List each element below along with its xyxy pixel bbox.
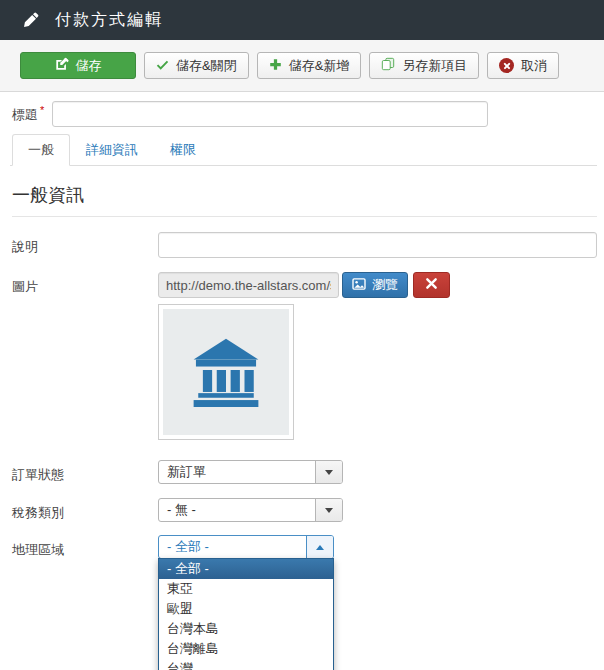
page-title: 付款方式編輯 bbox=[55, 10, 163, 31]
cancel-label: 取消 bbox=[521, 57, 547, 75]
save-new-button[interactable]: 儲存&新增 bbox=[257, 52, 362, 79]
edit-save-icon bbox=[55, 57, 69, 74]
toolbar: 儲存 儲存&關閉 儲存&新增 另存新項目 取消 bbox=[0, 40, 604, 92]
tabs: 一般 詳細資訊 權限 bbox=[10, 134, 597, 166]
browse-label: 瀏覽 bbox=[372, 276, 398, 294]
plus-icon bbox=[269, 58, 282, 74]
tax-class-row: 稅務類別 - 無 - bbox=[10, 498, 597, 522]
title-field-row: 標題* bbox=[12, 101, 597, 127]
x-icon bbox=[425, 277, 438, 293]
geo-zone-option-taiwan-outlying[interactable]: 台灣離島 bbox=[159, 639, 333, 659]
content: 標題* 一般 詳細資訊 權限 一般資訊 說明 圖片 瀏覽 bbox=[0, 101, 604, 559]
save-copy-label: 另存新項目 bbox=[402, 57, 467, 75]
remove-image-button[interactable] bbox=[413, 272, 450, 298]
image-url-input[interactable] bbox=[158, 272, 339, 298]
save-close-button[interactable]: 儲存&關閉 bbox=[144, 52, 249, 79]
picture-icon bbox=[352, 278, 366, 293]
tab-permissions[interactable]: 權限 bbox=[154, 134, 212, 166]
tax-class-value: - 無 - bbox=[159, 501, 196, 519]
browse-button[interactable]: 瀏覽 bbox=[342, 272, 408, 298]
save-label: 儲存 bbox=[76, 57, 102, 75]
save-button[interactable]: 儲存 bbox=[20, 52, 136, 79]
description-input[interactable] bbox=[158, 232, 597, 258]
tab-general[interactable]: 一般 bbox=[12, 134, 70, 166]
tab-details[interactable]: 詳細資訊 bbox=[70, 134, 154, 166]
tax-class-label: 稅務類別 bbox=[10, 498, 158, 522]
geo-zone-row: 地理區域 - 全部 - - 全部 - 東亞 歐盟 台灣本島 台灣離島 台灣 bbox=[10, 535, 597, 559]
save-new-label: 儲存&新增 bbox=[289, 57, 350, 75]
order-status-select[interactable]: 新訂單 bbox=[158, 460, 343, 484]
cancel-button[interactable]: 取消 bbox=[487, 52, 559, 79]
geo-zone-wrap: - 全部 - - 全部 - 東亞 歐盟 台灣本島 台灣離島 台灣 bbox=[158, 535, 334, 559]
image-preview-row bbox=[10, 304, 597, 440]
image-row: 圖片 瀏覽 bbox=[10, 272, 597, 298]
order-status-row: 訂單狀態 新訂單 bbox=[10, 460, 597, 484]
geo-zone-select[interactable]: - 全部 - bbox=[158, 535, 334, 559]
bank-icon bbox=[189, 333, 263, 411]
image-preview bbox=[158, 304, 294, 440]
geo-zone-label: 地理區域 bbox=[10, 535, 158, 559]
geo-zone-option-all[interactable]: - 全部 - bbox=[159, 559, 333, 579]
geo-zone-option-eu[interactable]: 歐盟 bbox=[159, 599, 333, 619]
image-preview-inner bbox=[163, 309, 289, 435]
check-icon bbox=[156, 58, 169, 74]
pencil-icon bbox=[24, 12, 40, 28]
tax-class-select[interactable]: - 無 - bbox=[158, 498, 343, 522]
save-copy-button[interactable]: 另存新項目 bbox=[369, 52, 479, 79]
geo-zone-option-east-asia[interactable]: 東亞 bbox=[159, 579, 333, 599]
caret-down-icon bbox=[315, 461, 342, 483]
section-heading: 一般資訊 bbox=[12, 183, 597, 217]
copy-icon bbox=[381, 57, 395, 74]
geo-zone-option-taiwan-main[interactable]: 台灣本島 bbox=[159, 619, 333, 639]
geo-zone-value: - 全部 - bbox=[159, 538, 209, 556]
payment-method-edit-page: 付款方式編輯 儲存 儲存&關閉 儲存&新增 另存新項目 bbox=[0, 0, 604, 559]
description-label: 說明 bbox=[10, 232, 158, 256]
required-asterisk: * bbox=[40, 104, 44, 116]
title-label: 標題* bbox=[12, 104, 44, 124]
caret-down-icon bbox=[315, 499, 342, 521]
order-status-value: 新訂單 bbox=[159, 463, 206, 481]
title-input[interactable] bbox=[52, 101, 488, 127]
caret-up-icon bbox=[306, 536, 333, 558]
geo-zone-dropdown: - 全部 - 東亞 歐盟 台灣本島 台灣離島 台灣 bbox=[158, 558, 334, 670]
circle-x-icon bbox=[499, 58, 514, 73]
order-status-label: 訂單狀態 bbox=[10, 460, 158, 484]
description-row: 說明 bbox=[10, 232, 597, 258]
save-close-label: 儲存&關閉 bbox=[176, 57, 237, 75]
page-header: 付款方式編輯 bbox=[0, 0, 604, 40]
geo-zone-option-taiwan[interactable]: 台灣 bbox=[159, 659, 333, 670]
image-label: 圖片 bbox=[10, 272, 158, 296]
